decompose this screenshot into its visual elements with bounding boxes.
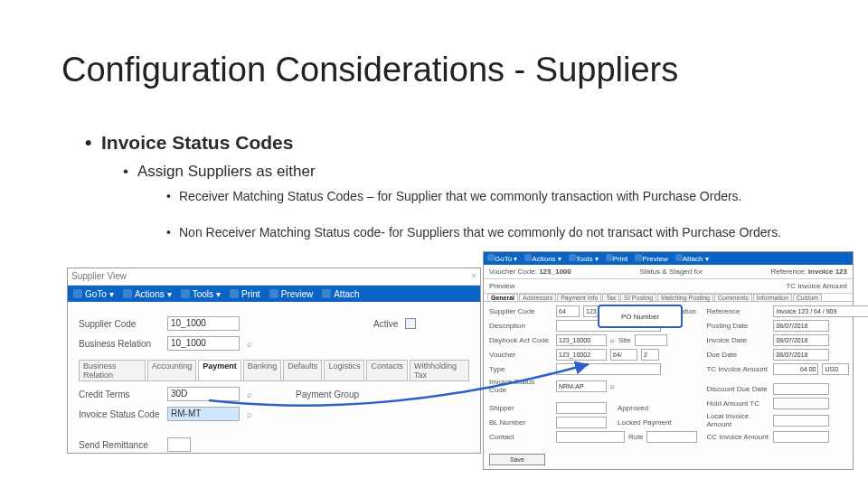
supplier-view-tab[interactable]: Supplier View × (68, 268, 480, 286)
credit-terms-label: Credit Terms (79, 389, 160, 399)
arrow-icon (487, 254, 495, 261)
actions-button[interactable]: Actions ▾ (524, 254, 561, 263)
tools-button[interactable]: Tools ▾ (181, 289, 221, 299)
invoice-status-code-field[interactable]: NRM-AP (556, 380, 607, 392)
tab-payment[interactable]: Payment (198, 360, 241, 380)
tc-invoice-amount-label: TC Invoice Amount (786, 282, 847, 290)
invoice-ribbon: GoTo ▾ Actions ▾ Tools ▾ Print Preview A… (484, 252, 853, 265)
local-invoice-amount-label: Local Invoice Amount (706, 412, 769, 428)
goto-button[interactable]: GoTo ▾ (73, 289, 114, 299)
approved-label: Approved (618, 404, 648, 412)
tab-defaults[interactable]: Defaults (283, 360, 322, 380)
tab-business-relation[interactable]: Business Relation (79, 360, 146, 380)
lookup-icon[interactable]: ⌕ (610, 382, 615, 390)
discount-due-date-label: Discount Due Date (706, 385, 769, 393)
save-button[interactable]: Save (489, 454, 545, 465)
voucher-code-value: 123_1000 (539, 267, 571, 276)
tab-accounting[interactable]: Accounting (147, 360, 197, 380)
invoice-date-field[interactable]: 08/07/2018 (773, 334, 829, 346)
print-button[interactable]: Print (606, 254, 627, 263)
supplier-view-tab-label: Supplier View (71, 271, 127, 281)
goto-label: GoTo (495, 255, 512, 263)
tc-invoice-amount-field[interactable]: 64.00 (773, 363, 818, 375)
supplier-code-field[interactable]: 64 (556, 305, 580, 317)
attach-button[interactable]: Attach ▾ (675, 254, 709, 263)
hold-amount-label: Hold Amount TC (706, 399, 769, 408)
hold-amount-field[interactable] (773, 398, 829, 409)
tab-matching-posting[interactable]: Matching Posting (657, 294, 713, 301)
shipper-label: Shipper (489, 404, 552, 412)
daybook-code-field[interactable]: 123_10000 (556, 334, 607, 346)
lookup-icon[interactable]: ⌕ (247, 389, 252, 399)
posting-date-field[interactable]: 08/07/2018 (773, 320, 829, 332)
tab-addresses[interactable]: Addresses (519, 294, 556, 301)
supplier-code-label: Supplier Code (79, 319, 160, 329)
invoice-date-label: Invoice Date (706, 336, 769, 344)
lookup-icon[interactable]: ⌕ (247, 409, 252, 419)
local-invoice-amount-field[interactable] (773, 415, 829, 427)
lookup-icon[interactable]: ⌕ (247, 339, 252, 349)
business-relation-field[interactable]: 10_1000 (167, 336, 240, 351)
wrench-icon (181, 289, 190, 298)
bl-number-label: BL Number (489, 418, 552, 427)
active-checkbox[interactable] (405, 318, 416, 329)
voucher-code-label: Voucher Code (489, 267, 535, 276)
cc-invoice-amount-field[interactable] (773, 431, 829, 443)
invoice-status-code-label: Invoice Status Code (489, 378, 552, 394)
print-button[interactable]: Print (230, 289, 260, 299)
lookup-icon[interactable]: ⌕ (610, 336, 615, 344)
attach-label: Attach (334, 289, 359, 299)
due-date-field[interactable]: 08/07/2018 (773, 349, 829, 361)
invoice-status-code-label: Invoice Status Code (79, 409, 160, 419)
actions-button[interactable]: Actions ▾ (123, 289, 172, 299)
reference-field[interactable]: Invoice 123 / 64 / 909 (773, 305, 868, 317)
tab-tax[interactable]: Tax (602, 294, 619, 301)
site-field[interactable] (635, 334, 667, 346)
close-icon[interactable]: × (471, 268, 476, 285)
business-relation-label: Business Relation (79, 339, 160, 349)
role-field[interactable] (646, 431, 697, 443)
supplier-tabs: Business Relation Accounting Payment Ban… (79, 360, 469, 381)
reference-label: Reference (706, 307, 769, 315)
supplier-code-field[interactable]: 10_1000 (167, 316, 240, 331)
reference-label: Reference (770, 267, 804, 276)
tools-button[interactable]: Tools ▾ (569, 254, 599, 263)
posting-date-label: Posting Date (706, 322, 769, 330)
attach-button[interactable]: Attach (322, 289, 359, 299)
credit-terms-field[interactable]: 30D (167, 387, 240, 401)
goto-button[interactable]: GoTo ▾ (487, 254, 517, 263)
preview-button[interactable]: Preview (635, 254, 667, 263)
tab-payment-info[interactable]: Payment Info (557, 294, 601, 301)
currency-field[interactable]: USD (822, 363, 849, 375)
bl-number-field[interactable] (556, 417, 607, 428)
tab-banking[interactable]: Banking (243, 360, 282, 380)
shipper-field[interactable] (556, 402, 607, 414)
tab-withholding-tax[interactable]: Withholding Tax (410, 360, 469, 380)
send-remittance-field[interactable] (167, 437, 191, 452)
clip-icon (322, 289, 331, 298)
tab-custom[interactable]: Custom (793, 294, 822, 301)
printer-icon (230, 289, 239, 298)
doc-icon (635, 254, 642, 261)
voucher-field-2[interactable]: 64/ (610, 349, 637, 361)
type-label: Type (489, 365, 552, 373)
tab-contacts[interactable]: Contacts (366, 360, 408, 380)
type-field[interactable] (556, 363, 661, 375)
status-staged-label: Status & Staged for (639, 267, 702, 276)
preview-label: Preview (642, 255, 667, 263)
discount-due-date-field[interactable] (773, 383, 829, 395)
tab-information[interactable]: Information (753, 294, 792, 301)
invoice-status-code-field[interactable]: RM-MT (167, 407, 240, 421)
tab-general[interactable]: General (487, 294, 518, 301)
tab-comments[interactable]: Comments (714, 294, 752, 301)
tab-logistics[interactable]: Logistics (324, 360, 364, 380)
voucher-field-3[interactable]: 2 (641, 349, 659, 361)
bullet-non-receiver-matching: Non Receiver Matching Status code- for S… (179, 224, 796, 241)
tab-si-posting[interactable]: SI Posting (620, 294, 656, 301)
contact-field[interactable] (556, 431, 625, 443)
send-remittance-label: Send Remittance (79, 440, 160, 450)
gear-icon (123, 289, 132, 298)
preview-button[interactable]: Preview (269, 289, 314, 299)
voucher-field[interactable]: 123_10002 (556, 349, 607, 361)
po-number-callout: PO Number (598, 305, 683, 328)
